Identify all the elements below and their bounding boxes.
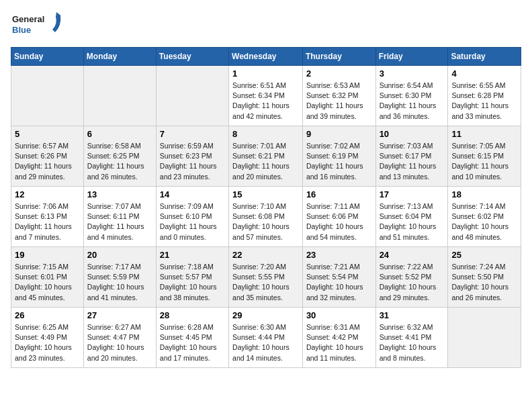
calendar-cell: 12Sunrise: 7:06 AM Sunset: 6:13 PM Dayli… xyxy=(11,187,84,247)
day-info: Sunrise: 6:32 AM Sunset: 4:41 PM Dayligh… xyxy=(380,322,445,363)
day-number: 3 xyxy=(380,68,445,79)
day-number: 4 xyxy=(451,68,517,79)
calendar-cell: 20Sunrise: 7:17 AM Sunset: 5:59 PM Dayli… xyxy=(83,247,156,308)
calendar-week-2: 5Sunrise: 6:57 AM Sunset: 6:26 PM Daylig… xyxy=(11,126,521,187)
calendar-cell: 31Sunrise: 6:32 AM Sunset: 4:41 PM Dayli… xyxy=(375,308,448,368)
calendar-cell: 28Sunrise: 6:28 AM Sunset: 4:45 PM Dayli… xyxy=(156,308,228,368)
day-info: Sunrise: 7:14 AM Sunset: 6:02 PM Dayligh… xyxy=(451,201,517,242)
day-number: 23 xyxy=(306,250,372,260)
calendar-cell: 10Sunrise: 7:03 AM Sunset: 6:17 PM Dayli… xyxy=(375,126,448,187)
calendar-cell: 23Sunrise: 7:21 AM Sunset: 5:54 PM Dayli… xyxy=(302,247,375,308)
weekday-header-sunday: Sunday xyxy=(11,48,84,66)
calendar-cell xyxy=(156,66,228,126)
day-info: Sunrise: 7:05 AM Sunset: 6:15 PM Dayligh… xyxy=(451,141,517,182)
day-info: Sunrise: 6:57 AM Sunset: 6:26 PM Dayligh… xyxy=(15,141,80,182)
day-info: Sunrise: 7:09 AM Sunset: 6:10 PM Dayligh… xyxy=(160,201,225,242)
calendar-cell: 22Sunrise: 7:20 AM Sunset: 5:55 PM Dayli… xyxy=(229,247,303,308)
day-info: Sunrise: 6:53 AM Sunset: 6:32 PM Dayligh… xyxy=(306,81,372,122)
day-info: Sunrise: 6:30 AM Sunset: 4:44 PM Dayligh… xyxy=(232,322,299,363)
day-info: Sunrise: 6:31 AM Sunset: 4:42 PM Dayligh… xyxy=(306,322,372,363)
day-number: 28 xyxy=(160,310,225,320)
logo-svg: General Blue xyxy=(11,11,64,40)
day-info: Sunrise: 7:07 AM Sunset: 6:11 PM Dayligh… xyxy=(87,201,152,242)
calendar-cell: 16Sunrise: 7:11 AM Sunset: 6:06 PM Dayli… xyxy=(302,187,375,247)
calendar-cell: 15Sunrise: 7:10 AM Sunset: 6:08 PM Dayli… xyxy=(229,187,303,247)
weekday-header-monday: Monday xyxy=(83,48,156,66)
calendar-cell xyxy=(83,66,156,126)
logo: General Blue xyxy=(11,11,64,40)
calendar-cell: 19Sunrise: 7:15 AM Sunset: 6:01 PM Dayli… xyxy=(11,247,84,308)
day-info: Sunrise: 7:22 AM Sunset: 5:52 PM Dayligh… xyxy=(380,262,445,303)
day-number: 5 xyxy=(15,129,80,139)
day-info: Sunrise: 6:58 AM Sunset: 6:25 PM Dayligh… xyxy=(87,141,152,182)
calendar-week-5: 26Sunrise: 6:25 AM Sunset: 4:49 PM Dayli… xyxy=(11,308,521,368)
calendar-cell: 11Sunrise: 7:05 AM Sunset: 6:15 PM Dayli… xyxy=(448,126,521,187)
page-header: General Blue xyxy=(11,11,521,40)
calendar-cell: 26Sunrise: 6:25 AM Sunset: 4:49 PM Dayli… xyxy=(11,308,84,368)
calendar-cell: 29Sunrise: 6:30 AM Sunset: 4:44 PM Dayli… xyxy=(229,308,303,368)
day-number: 12 xyxy=(15,189,80,199)
calendar-cell: 18Sunrise: 7:14 AM Sunset: 6:02 PM Dayli… xyxy=(448,187,521,247)
svg-text:General: General xyxy=(12,14,44,24)
calendar-table: SundayMondayTuesdayWednesdayThursdayFrid… xyxy=(11,47,521,368)
weekday-header-friday: Friday xyxy=(375,48,448,66)
day-number: 31 xyxy=(380,310,445,320)
day-number: 8 xyxy=(232,129,299,139)
day-info: Sunrise: 7:17 AM Sunset: 5:59 PM Dayligh… xyxy=(87,262,152,303)
calendar-cell: 9Sunrise: 7:02 AM Sunset: 6:19 PM Daylig… xyxy=(302,126,375,187)
calendar-cell: 14Sunrise: 7:09 AM Sunset: 6:10 PM Dayli… xyxy=(156,187,228,247)
day-number: 29 xyxy=(232,310,299,320)
day-info: Sunrise: 7:11 AM Sunset: 6:06 PM Dayligh… xyxy=(306,201,372,242)
day-number: 24 xyxy=(380,250,445,260)
day-info: Sunrise: 7:03 AM Sunset: 6:17 PM Dayligh… xyxy=(380,141,445,182)
day-info: Sunrise: 6:54 AM Sunset: 6:30 PM Dayligh… xyxy=(380,81,445,122)
day-number: 1 xyxy=(232,68,299,79)
day-info: Sunrise: 7:20 AM Sunset: 5:55 PM Dayligh… xyxy=(232,262,299,303)
day-info: Sunrise: 7:06 AM Sunset: 6:13 PM Dayligh… xyxy=(15,201,80,242)
weekday-header-tuesday: Tuesday xyxy=(156,48,228,66)
calendar-cell: 5Sunrise: 6:57 AM Sunset: 6:26 PM Daylig… xyxy=(11,126,84,187)
day-info: Sunrise: 7:21 AM Sunset: 5:54 PM Dayligh… xyxy=(306,262,372,303)
day-number: 15 xyxy=(232,189,299,199)
day-number: 13 xyxy=(87,189,152,199)
calendar-cell: 27Sunrise: 6:27 AM Sunset: 4:47 PM Dayli… xyxy=(83,308,156,368)
calendar-cell: 17Sunrise: 7:13 AM Sunset: 6:04 PM Dayli… xyxy=(375,187,448,247)
day-number: 6 xyxy=(87,129,152,139)
calendar-cell: 4Sunrise: 6:55 AM Sunset: 6:28 PM Daylig… xyxy=(448,66,521,126)
day-info: Sunrise: 6:51 AM Sunset: 6:34 PM Dayligh… xyxy=(232,81,299,122)
day-info: Sunrise: 6:25 AM Sunset: 4:49 PM Dayligh… xyxy=(15,322,80,363)
day-number: 22 xyxy=(232,250,299,260)
calendar-week-1: 1Sunrise: 6:51 AM Sunset: 6:34 PM Daylig… xyxy=(11,66,521,126)
svg-text:Blue: Blue xyxy=(12,25,31,35)
day-info: Sunrise: 7:15 AM Sunset: 6:01 PM Dayligh… xyxy=(15,262,80,303)
calendar-week-3: 12Sunrise: 7:06 AM Sunset: 6:13 PM Dayli… xyxy=(11,187,521,247)
calendar-header: SundayMondayTuesdayWednesdayThursdayFrid… xyxy=(11,48,521,66)
calendar-cell: 25Sunrise: 7:24 AM Sunset: 5:50 PM Dayli… xyxy=(448,247,521,308)
calendar-cell: 21Sunrise: 7:18 AM Sunset: 5:57 PM Dayli… xyxy=(156,247,228,308)
weekday-header-saturday: Saturday xyxy=(448,48,521,66)
day-number: 26 xyxy=(15,310,80,320)
day-info: Sunrise: 7:01 AM Sunset: 6:21 PM Dayligh… xyxy=(232,141,299,182)
calendar-body: 1Sunrise: 6:51 AM Sunset: 6:34 PM Daylig… xyxy=(11,66,521,368)
day-number: 11 xyxy=(451,129,517,139)
calendar-cell: 7Sunrise: 6:59 AM Sunset: 6:23 PM Daylig… xyxy=(156,126,228,187)
day-number: 10 xyxy=(380,129,445,139)
day-number: 9 xyxy=(306,129,372,139)
weekday-header-wednesday: Wednesday xyxy=(229,48,303,66)
day-number: 16 xyxy=(306,189,372,199)
day-info: Sunrise: 7:10 AM Sunset: 6:08 PM Dayligh… xyxy=(232,201,299,242)
day-info: Sunrise: 7:18 AM Sunset: 5:57 PM Dayligh… xyxy=(160,262,225,303)
calendar-cell: 1Sunrise: 6:51 AM Sunset: 6:34 PM Daylig… xyxy=(229,66,303,126)
calendar-cell xyxy=(448,308,521,368)
day-info: Sunrise: 6:55 AM Sunset: 6:28 PM Dayligh… xyxy=(451,81,517,122)
weekday-header-row: SundayMondayTuesdayWednesdayThursdayFrid… xyxy=(11,48,521,66)
weekday-header-thursday: Thursday xyxy=(302,48,375,66)
day-number: 25 xyxy=(451,250,517,260)
day-number: 30 xyxy=(306,310,372,320)
calendar-week-4: 19Sunrise: 7:15 AM Sunset: 6:01 PM Dayli… xyxy=(11,247,521,308)
day-number: 27 xyxy=(87,310,152,320)
day-info: Sunrise: 7:02 AM Sunset: 6:19 PM Dayligh… xyxy=(306,141,372,182)
day-number: 17 xyxy=(380,189,445,199)
day-number: 7 xyxy=(160,129,225,139)
calendar-cell: 8Sunrise: 7:01 AM Sunset: 6:21 PM Daylig… xyxy=(229,126,303,187)
